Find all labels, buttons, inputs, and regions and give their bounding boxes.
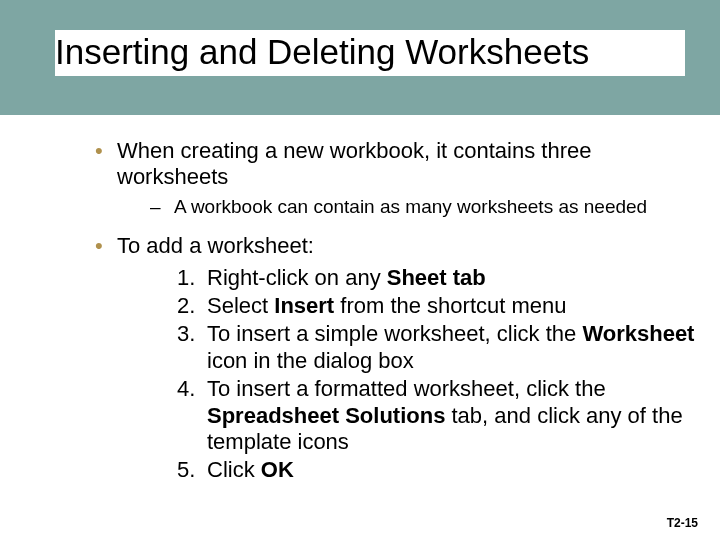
number-label: 2. <box>177 293 207 319</box>
number-label: 3. <box>177 321 207 347</box>
step-bold: OK <box>261 457 294 482</box>
dash-icon: – <box>150 196 174 219</box>
step-1: 1.Right-click on any Sheet tab <box>177 265 695 291</box>
number-label: 4. <box>177 376 207 402</box>
number-label: 5. <box>177 457 207 483</box>
page-number: T2-15 <box>667 516 698 530</box>
slide: Inserting and Deleting Worksheets •When … <box>0 0 720 540</box>
step-text: To insert a formatted worksheet, click t… <box>207 376 606 401</box>
step-2: 2.Select Insert from the shortcut menu <box>177 293 695 319</box>
bullet-text: When creating a new workbook, it contain… <box>117 138 591 189</box>
content-area: •When creating a new workbook, it contai… <box>55 138 695 486</box>
bullet-dot-icon: • <box>95 233 117 259</box>
sub-bullet-item-1: – A workbook can contain as many workshe… <box>150 196 695 219</box>
bullet-text: To add a worksheet: <box>117 233 314 258</box>
step-text: Select <box>207 293 274 318</box>
bullet-item-2: •To add a worksheet: <box>95 233 695 259</box>
step-text-post: from the shortcut menu <box>334 293 566 318</box>
step-4: 4.To insert a formatted worksheet, click… <box>177 376 695 455</box>
sub-bullet-text: A workbook can contain as many worksheet… <box>174 196 647 217</box>
bullet-item-1: •When creating a new workbook, it contai… <box>95 138 695 190</box>
step-5: 5.Click OK <box>177 457 695 483</box>
slide-title: Inserting and Deleting Worksheets <box>55 30 685 76</box>
bullet-dot-icon: • <box>95 138 117 164</box>
step-bold: Spreadsheet Solutions <box>207 403 445 428</box>
step-bold: Sheet tab <box>387 265 486 290</box>
step-bold: Insert <box>274 293 334 318</box>
step-text: To insert a simple worksheet, click the <box>207 321 582 346</box>
step-text: Right-click on any <box>207 265 387 290</box>
step-bold: Worksheet <box>582 321 694 346</box>
step-3: 3.To insert a simple worksheet, click th… <box>177 321 695 374</box>
number-label: 1. <box>177 265 207 291</box>
step-text: Click <box>207 457 261 482</box>
step-text-post: icon in the dialog box <box>207 348 414 373</box>
